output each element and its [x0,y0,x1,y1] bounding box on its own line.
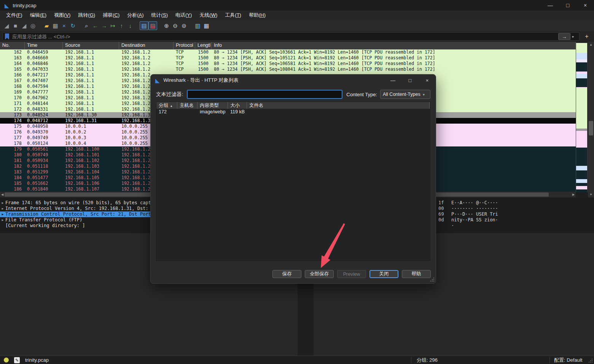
expand-arrow-icon[interactable]: ▶ [0,211,5,217]
menu-item-S[interactable]: 统计(S) [148,11,172,20]
colorize-packets-icon[interactable]: ▤ [140,21,148,30]
dialog-column-header-大小[interactable]: 大小 [228,102,247,109]
hex-dump-row[interactable]: 00········ ········ [438,206,594,211]
apply-filter-button[interactable]: → [558,33,570,40]
vertical-scroll-thumb[interactable] [589,121,593,135]
dialog-column-header-分组[interactable]: 分组▴ [156,102,177,109]
menu-item-W[interactable]: 无线(W) [196,11,221,20]
ascii-bytes: nity··PA SS zion· [451,217,498,223]
hex-bytes: 0d [438,217,451,223]
scroll-down-icon[interactable]: ▼ [588,192,594,197]
menu-item-C[interactable]: 捕获(C) [99,11,123,20]
auto-scroll-icon[interactable]: ▤ [148,21,157,30]
text-filter-label: 文本过滤器: [156,91,183,98]
resize-columns-icon[interactable]: ▥ [193,21,202,30]
table-row[interactable]: 1640.046846192.168.1.1192.168.1.2TCP1500… [0,61,576,67]
detail-text: Frame 174: 65 bytes on wire (520 bits), … [5,200,151,206]
column-header-Source[interactable]: Source [63,42,119,49]
http-object-row[interactable]: 172image/webp119 kB [156,109,430,115]
content-type-dropdown[interactable]: All Content-Types ▾ [380,90,430,99]
window-resize-grip[interactable] [588,358,593,363]
http-objects-table-body: 172image/webp119 kB [156,109,430,115]
column-header-Time[interactable]: Time [25,42,63,49]
column-header-Protocol[interactable]: Protocol [174,42,195,49]
hex-dump-row[interactable]: 69P···D··· USER Tri [438,211,594,217]
go-last-packet-icon[interactable]: ↓ [126,21,135,30]
close-button[interactable]: × [576,0,594,11]
expand-arrow-icon[interactable]: ▶ [0,200,5,206]
table-row[interactable]: 1620.046459192.168.1.1192.168.1.2TCP1500… [0,49,576,55]
hex-dump-row[interactable]: 0dnity··PA SS zion· [438,217,594,223]
auto-fit-columns-icon[interactable]: ▦ [202,21,211,30]
table-row[interactable]: 1650.047033192.168.1.1192.168.1.2TCP1500… [0,67,576,72]
menu-item-H[interactable]: 帮助(H) [245,11,269,20]
hex-dump-row[interactable]: · [438,223,594,229]
scroll-left-icon[interactable]: ◀ [0,192,5,197]
zoom-in-icon[interactable]: ⊕ [162,21,171,30]
menu-item-Y[interactable]: 电话(Y) [172,11,196,20]
hex-bytes: 00 [438,206,451,211]
zoom-reset-icon[interactable]: ⊜ [180,21,188,30]
save-button[interactable]: 保存 [272,270,301,278]
export-http-objects-dialog: ◢ Wireshark · 导出 · HTTP 对象列表 — □ × 文本过滤器… [150,74,436,284]
column-header-Destination[interactable]: Destination [119,42,174,49]
help-button[interactable]: 帮助 [402,270,431,278]
dialog-column-header-主机名[interactable]: 主机名 [177,102,197,109]
intelligent-scrollbar-minimap[interactable] [576,43,588,192]
preview-button[interactable]: Preview [337,270,366,278]
zoom-out-icon[interactable]: ⊖ [171,21,180,30]
table-row[interactable]: 1630.046660192.168.1.1192.168.1.2TCP1500… [0,55,576,61]
column-header-Info[interactable]: Info [212,42,576,49]
filter-bookmark-icon[interactable] [5,33,9,40]
add-filter-button-plus[interactable]: + [582,33,592,40]
detail-text: File Transfer Protocol (FTP) [5,217,82,223]
menu-item-F[interactable]: 文件(F) [2,11,26,20]
dialog-resize-grip[interactable] [430,278,434,282]
dialog-column-header-文件名[interactable]: 文件名 [247,102,430,109]
column-header-Lengtl[interactable]: Lengtl [195,42,212,49]
packet-list-vertical-scrollbar[interactable]: ▲ ▼ [588,42,594,197]
scroll-right-icon[interactable]: ▶ [571,192,576,197]
menu-item-T[interactable]: 工具(T) [221,11,245,20]
minimap-segment [576,78,587,87]
dialog-maximize-button[interactable]: □ [401,75,419,86]
status-profile[interactable]: 配置: Default [554,357,582,364]
restart-capture-icon[interactable]: ◢ [20,21,29,30]
go-back-icon[interactable]: ← [91,21,100,30]
expand-arrow-icon[interactable]: ▶ [0,206,5,211]
filter-history-caret-icon[interactable]: ▾ [572,35,574,39]
stop-capture-icon[interactable]: ■ [11,21,20,30]
hex-dump-row[interactable]: 1fE··A···· @··C···· [438,200,594,206]
close-button[interactable]: 关闭 [369,270,398,278]
dialog-minimize-button[interactable]: — [384,75,401,86]
dialog-column-header-内容类型[interactable]: 内容类型 [197,102,228,109]
menu-item-V[interactable]: 视图(V) [50,11,74,20]
expand-arrow-icon[interactable]: ▶ [0,217,5,223]
go-to-packet-icon[interactable]: ↦ [108,21,117,30]
capture-options-icon[interactable]: ◎ [29,21,37,30]
minimize-button[interactable]: — [541,0,559,11]
dialog-close-button[interactable]: × [419,75,436,86]
save-file-icon[interactable]: ▦ [51,21,60,30]
find-packet-icon[interactable]: ⌕ [82,21,91,30]
capture-comment-icon[interactable]: ✎ [14,357,20,363]
display-filter-input-box[interactable]: → ▾ [2,32,580,41]
menu-item-E[interactable]: 编辑(E) [26,11,50,20]
menu-item-G[interactable]: 跳转(G) [74,11,99,20]
save-all-button[interactable]: 全部保存 [305,270,334,278]
close-file-icon[interactable]: × [60,21,68,30]
text-filter-input[interactable] [187,90,342,99]
detail-text: Transmission Control Protocol, Src Port:… [5,211,151,217]
menu-item-A[interactable]: 分析(A) [123,11,147,20]
display-filter-input[interactable] [12,34,558,40]
wireshark-logo-icon: ◢ [5,3,9,8]
reload-file-icon[interactable]: ↻ [68,21,77,30]
go-forward-icon[interactable]: → [100,21,108,30]
maximize-button[interactable]: □ [559,0,576,11]
column-header-No.[interactable]: No. [0,42,25,49]
open-file-icon[interactable]: ▰ [42,21,51,30]
go-first-packet-icon[interactable]: ↑ [117,21,126,30]
start-capture-icon[interactable]: ◢ [2,21,11,30]
expert-info-icon[interactable] [4,358,9,362]
scroll-up-icon[interactable]: ▲ [588,42,594,48]
